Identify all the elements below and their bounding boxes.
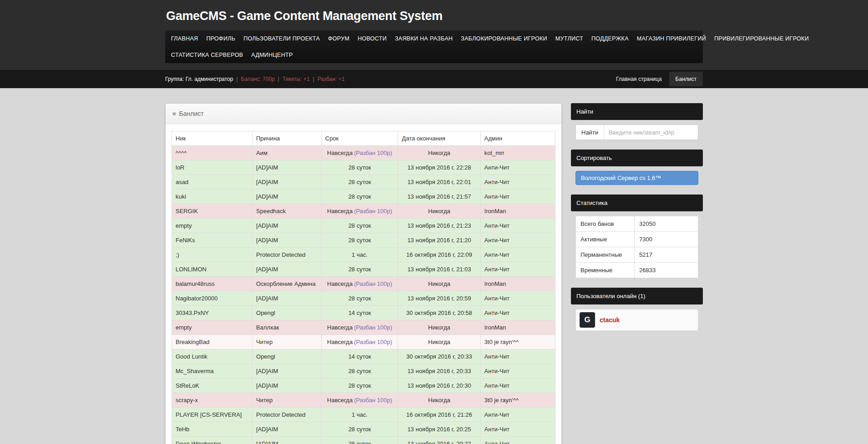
ban-end-date: 30 октября 2016 г, 20:33 bbox=[398, 349, 480, 364]
stat-row: Активные 7300 bbox=[576, 232, 698, 247]
table-row[interactable]: Mc_Shaverma [AD]AIM 28 суток 13 ноября 2… bbox=[172, 364, 555, 379]
nav-item[interactable]: ГЛАВНАЯ bbox=[167, 30, 202, 47]
table-row[interactable]: FeNiKs [AD]AIM 28 суток 13 ноября 2016 г… bbox=[172, 233, 555, 248]
unban-link[interactable]: (Разбан 100р) bbox=[354, 208, 392, 215]
table-row[interactable]: scrapy-x Читер Навсегда(Разбан 100р) Ник… bbox=[172, 393, 555, 408]
table-row[interactable]: Nagibator20000 [AD]AIM 28 суток 13 ноябр… bbox=[172, 291, 555, 306]
table-row[interactable]: empty Валлхак Навсегда(Разбан 100р) Нико… bbox=[172, 320, 555, 335]
ban-admin: Анти-Чит bbox=[480, 233, 555, 248]
ban-term: 1 час. bbox=[321, 408, 398, 422]
ban-reason: [AD]AIM bbox=[252, 262, 322, 277]
header-zone: GameCMS - Game Content Management System… bbox=[0, 0, 868, 70]
nav-item[interactable]: ПОЛЬЗОВАТЕЛИ ПРОЕКТА bbox=[239, 30, 324, 47]
ban-end-date: 13 ноября 2016 г, 21:23 bbox=[398, 219, 480, 233]
status-bar: Группа: Гл. администратор |Баланс: 700р … bbox=[0, 70, 868, 88]
ban-reason: Оскорбление Админа bbox=[252, 277, 322, 291]
stat-label: Перманентные bbox=[576, 247, 635, 263]
ban-term: 28 суток bbox=[321, 422, 398, 437]
ban-end-date: Никогда bbox=[398, 204, 480, 219]
nav-item[interactable]: АДМИНЦЕНТР bbox=[247, 47, 297, 63]
table-row[interactable]: PLAYER [CS-SERVERA] Protector Detected 1… bbox=[172, 408, 555, 422]
nav-item[interactable]: ПРИВИЛЕГИРОВАННЫЕ ИГРОКИ bbox=[710, 30, 813, 47]
ban-nick: 30343.PxNY bbox=[172, 306, 252, 320]
unban-link[interactable]: (Разбан 100р) bbox=[354, 339, 392, 345]
ban-nick: empty bbox=[172, 219, 252, 233]
table-row[interactable]: kuki [AD]AIM 28 суток 13 ноября 2016 г, … bbox=[172, 190, 555, 204]
online-user-link[interactable]: ctacuk bbox=[600, 316, 620, 324]
ban-admin: 3t0 je rayn'^^ bbox=[480, 393, 555, 408]
breadcrumb-home[interactable]: Главная страница bbox=[616, 76, 662, 82]
ban-term-text: 14 суток bbox=[348, 309, 371, 316]
ban-nick: asad bbox=[172, 175, 252, 190]
nav-item[interactable]: ЗАЯВКИ НА РАЗБАН bbox=[391, 30, 457, 47]
status-link[interactable]: Баланс: 700р bbox=[241, 76, 275, 82]
table-row[interactable]: LONLIMON [AD]AIM 28 суток 13 ноября 2016… bbox=[172, 262, 555, 277]
status-link[interactable]: Тикеты: +1 bbox=[283, 76, 310, 82]
search-input[interactable] bbox=[604, 125, 698, 140]
status-link[interactable]: Разбан: +1 bbox=[318, 76, 345, 82]
breadcrumb-current[interactable]: Банлист bbox=[669, 72, 703, 86]
table-row[interactable]: balamur48russ Оскорбление Админа Навсегд… bbox=[172, 277, 555, 291]
ban-reason: Валлхак bbox=[252, 320, 322, 335]
table-row[interactable]: Good Luntik Opengl 14 суток 30 октября 2… bbox=[172, 349, 555, 364]
ban-end-date: 16 октября 2016 г, 22:09 bbox=[398, 248, 480, 262]
ban-reason: [AD]AIM bbox=[252, 233, 322, 248]
search-button[interactable]: Найти bbox=[576, 125, 604, 140]
separator: | bbox=[278, 76, 279, 82]
table-row[interactable]: SERGIK Speedhack Навсегда(Разбан 100р) Н… bbox=[172, 204, 555, 219]
stat-row: Перманентные 5217 bbox=[576, 247, 698, 263]
table-row[interactable]: loR [AD]AIM 28 суток 13 ноября 2016 г, 2… bbox=[172, 160, 555, 175]
nav-item[interactable]: МАГАЗИН ПРИВИЛЕГИЙ bbox=[633, 30, 710, 47]
ban-term-text: Навсегда bbox=[327, 208, 353, 215]
nav-item[interactable]: СТАТИСТИКА СЕРВЕРОВ bbox=[167, 47, 247, 63]
column-header: Ник bbox=[172, 131, 252, 146]
ban-nick: Mc_Shaverma bbox=[172, 364, 252, 379]
ban-reason: [AD]AIM bbox=[252, 364, 322, 379]
nav-item[interactable]: НОВОСТИ bbox=[353, 30, 391, 47]
nav-item[interactable]: МУТЛИСТ bbox=[551, 30, 587, 47]
ban-reason: Opengl bbox=[252, 349, 322, 364]
nav-item[interactable]: ЗАБЛОКИРОВАННЫЕ ИГРОКИ bbox=[457, 30, 551, 47]
unban-link[interactable]: (Разбан 100р) bbox=[354, 397, 392, 404]
stats-section-header: Статистика bbox=[571, 195, 703, 211]
unban-link[interactable]: (Разбан 100р) bbox=[354, 280, 392, 287]
column-header: Причина bbox=[252, 131, 322, 146]
ban-reason: [AD]AIM bbox=[252, 379, 322, 393]
ban-end-date: Никогда bbox=[398, 335, 480, 349]
online-section-header: Пользователи онлайн (1) bbox=[571, 288, 703, 304]
nav-item[interactable]: ПРОФИЛЬ bbox=[202, 30, 239, 47]
table-row[interactable]: BreakingBad Читер Навсегда(Разбан 100р) … bbox=[172, 335, 555, 349]
online-users-list: G ctacuk bbox=[575, 309, 698, 331]
table-row[interactable]: asad [AD]AIM 28 суток 13 ноября 2016 г, … bbox=[172, 175, 555, 190]
banlist-panel-title: Банлист bbox=[179, 110, 204, 117]
status-links: |Баланс: 700р |Тикеты: +1 |Разбан: +1 bbox=[233, 76, 344, 82]
ban-nick: ;) bbox=[172, 248, 252, 262]
table-row[interactable]: empty [AD]AIM 28 суток 13 ноября 2016 г,… bbox=[172, 219, 555, 233]
server-filter-button[interactable]: Вологодский Сервер cs 1.6™ bbox=[575, 171, 698, 185]
unban-link[interactable]: (Разбан 100р) bbox=[354, 150, 392, 156]
ban-admin: Анти-Чит bbox=[480, 437, 555, 444]
ban-term-text: 28 суток bbox=[348, 164, 371, 171]
ban-end-date: 13 ноября 2016 г, 20:25 bbox=[398, 422, 480, 437]
ban-admin: Анти-Чит bbox=[480, 219, 555, 233]
ban-nick: LONLIMON bbox=[172, 262, 252, 277]
nav-item[interactable]: ФОРУМ bbox=[324, 30, 353, 47]
stat-label: Временные bbox=[576, 263, 635, 278]
main-area: ≡ Банлист Ник Причина Срок Дата окончани… bbox=[0, 88, 868, 444]
user-avatar-icon: G bbox=[580, 312, 595, 328]
ban-admin: IronMan bbox=[480, 204, 555, 219]
table-row[interactable]: ^^^^ Аим Навсегда(Разбан 100р) Никогда k… bbox=[172, 146, 555, 160]
nav-item[interactable]: ПОДДЕРЖКА bbox=[587, 30, 633, 47]
table-row[interactable]: Dean Winchester [AD]AIM 28 суток 13 нояб… bbox=[172, 437, 555, 444]
table-row[interactable]: TeHb [AD]AIM 28 суток 13 ноября 2016 г, … bbox=[172, 422, 555, 437]
ban-term: 28 суток bbox=[321, 291, 398, 306]
ban-term-text: 28 суток bbox=[348, 295, 371, 302]
table-row[interactable]: 30343.PxNY Opengl 14 суток 30 октября 20… bbox=[172, 306, 555, 320]
table-row[interactable]: StReLoK [AD]AIM 28 суток 13 ноября 2016 … bbox=[172, 379, 555, 393]
ban-reason: [AD]AIM bbox=[252, 291, 322, 306]
ban-end-date: 13 ноября 2016 г, 21:20 bbox=[398, 233, 480, 248]
ban-admin: Анти-Чит bbox=[480, 262, 555, 277]
table-row[interactable]: ;) Protector Detected 1 час. 16 октября … bbox=[172, 248, 555, 262]
unban-link[interactable]: (Разбан 100р) bbox=[354, 324, 392, 331]
ban-reason: Speedhack bbox=[252, 204, 322, 219]
